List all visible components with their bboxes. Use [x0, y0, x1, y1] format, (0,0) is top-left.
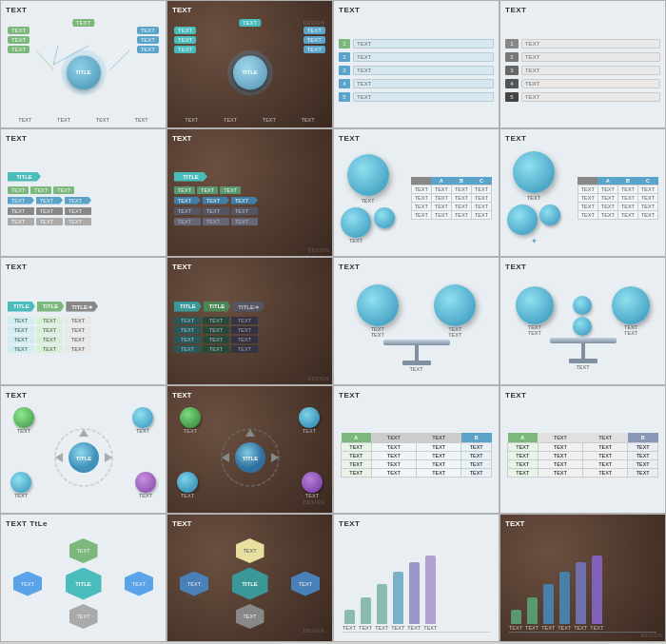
bar-chart-dark: TEXT TEXT TEXT TEXT TEXT TEXT: [509, 555, 656, 631]
bar: [576, 562, 586, 624]
cell-r5c2: TEXT TITLE TEXT TEXT TEXT TEXT DESIGN: [166, 514, 333, 642]
baseline: [343, 632, 490, 633]
bar-chart-container: TEXT TEXT TEXT TEXT TEXT TEXT: [339, 531, 494, 636]
cell-title: TEXT: [339, 6, 360, 14]
sphere-bottom-left: TEXT: [10, 472, 31, 498]
data-cell: TEXT: [65, 345, 91, 353]
sphere-purple: [302, 472, 323, 493]
row-label: TEXT: [411, 211, 431, 220]
list-item-1: 1 TEXT: [339, 39, 494, 49]
right-sphere: TEXT TEXT: [612, 286, 650, 336]
data-cell: TEXT: [36, 317, 63, 324]
dark-box2: TEXT: [203, 218, 229, 225]
th-a: A: [508, 433, 539, 443]
flow-row-1: TEXT TEXT TEXT: [174, 186, 325, 194]
td: TEXT: [583, 452, 628, 460]
sphere-medium: [507, 205, 538, 235]
text-bar-1: TEXT: [521, 39, 660, 49]
mid-spheres: [573, 296, 592, 336]
num-badge-5: 5: [505, 92, 519, 102]
row-label: TEXT: [578, 211, 597, 220]
th-a: A: [597, 177, 617, 185]
sphere-label2: TEXT: [371, 332, 384, 338]
data-cell: TEXT: [203, 336, 229, 343]
watermark: DESIGN: [304, 499, 324, 505]
arrow-box: TEXT: [65, 197, 91, 205]
label: TEXT: [136, 428, 149, 434]
gray-box: TEXT: [36, 207, 63, 215]
table-row: TEXT TEXT TEXT TEXT: [578, 185, 657, 194]
cell-r3c3: TEXT TEXT TEXT TEXT TEXT TEXT: [333, 257, 500, 385]
cell-val: TEXT: [617, 185, 637, 194]
text-bar-4: TEXT: [521, 79, 660, 88]
bar-label: TEXT: [375, 625, 388, 631]
arrow-box: TEXT: [174, 197, 201, 205]
td: TEXT: [371, 460, 416, 469]
text-bar-3: TEXT: [521, 66, 660, 75]
cell-val: TEXT: [431, 211, 451, 220]
box: TEXT: [8, 186, 29, 194]
bar-label: TEXT: [541, 625, 555, 631]
hex-left: TEXT: [180, 572, 208, 596]
cell-r1c1: TEXT TEXT TEXT TEXT TEXT TEXT TEXT TEXT …: [0, 0, 166, 128]
list-item-4: 4 TEXT: [505, 79, 660, 88]
bottom-label: TEXT: [185, 117, 198, 123]
bar: [377, 584, 387, 624]
num-badge-4: 4: [339, 79, 350, 88]
data-cell: TEXT: [8, 317, 34, 324]
sphere-purple: [135, 472, 156, 493]
cell-r3c1: TEXT TITLE TITLE TITLE➔ TEXT TEXT TEXT T…: [0, 257, 166, 385]
td: TEXT: [342, 460, 372, 469]
cell-r2c1: TEXT TITLE TEXT TEXT TEXT TEXT TEXT TEXT…: [0, 128, 166, 257]
th-a: A: [342, 433, 372, 443]
sphere-large: [513, 151, 555, 193]
scale-base: [402, 361, 431, 365]
data-table: A B C TEXT TEXT TEXT TEXT TEXT TEXT TEXT…: [578, 177, 658, 220]
sphere: [299, 407, 320, 428]
right-box2: TEXT: [304, 36, 325, 44]
balance-row: TEXT TEXT TEXT TEXT: [507, 286, 658, 336]
dark-box: TEXT: [174, 207, 201, 215]
sphere-bottom-right: TEXT: [135, 472, 156, 498]
td: TEXT: [508, 460, 539, 469]
top-box: TEXT: [72, 19, 94, 27]
bottom-label3: TEXT: [263, 117, 276, 123]
lt-box: TEXT: [36, 218, 63, 225]
row-label: TEXT: [578, 185, 597, 194]
title-penta2: TITLE: [37, 302, 65, 312]
td: TEXT: [583, 443, 628, 452]
cell-title: TEXT: [172, 134, 191, 143]
data-cell: TEXT: [231, 345, 258, 353]
bottom-label: TEXT: [576, 364, 589, 370]
table-row: TEXT TEXT TEXT TEXT: [508, 460, 658, 469]
cell-r5c4: TEXT TEXT TEXT TEXT TEXT TEXT: [500, 514, 666, 642]
header-row: A TEXT TEXT B: [342, 433, 492, 443]
td: TEXT: [538, 452, 582, 460]
table-row: TEXT TEXT TEXT TEXT: [342, 443, 492, 452]
cell-title: TEXT: [172, 6, 191, 14]
table-row: TEXT TEXT TEXT TEXT: [411, 194, 491, 203]
cell-val: TEXT: [471, 211, 491, 220]
ab-table: A TEXT TEXT B TEXT TEXT TEXT TEXT TEXT T…: [341, 433, 492, 478]
sphere-tr: TEXT: [299, 407, 320, 434]
bar-label: TEXT: [558, 625, 571, 631]
list-item-2: 2 TEXT: [339, 52, 494, 62]
title-row: TITLE TITLE TITLE➔: [8, 302, 159, 312]
cell-r4c3: TEXT A TEXT TEXT B TEXT TEXT TEXT TEXT T…: [333, 385, 500, 514]
cell-val: TEXT: [617, 194, 637, 203]
sphere-sm: [573, 296, 592, 315]
title-penta: TITLE: [174, 302, 202, 312]
data-row-1: TEXT TEXT TEXT: [8, 317, 159, 324]
title-penta: TITLE: [8, 302, 35, 312]
bottom-label: TEXT: [409, 366, 422, 372]
bar-group-2: TEXT: [525, 597, 539, 631]
th-text1: TEXT: [371, 433, 416, 443]
table-row: TEXT TEXT TEXT TEXT: [508, 443, 658, 452]
data-row-3: TEXT TEXT TEXT: [8, 336, 159, 343]
td: TEXT: [538, 443, 582, 452]
th-text2: TEXT: [583, 433, 628, 443]
scale-base: [569, 359, 597, 363]
hex-cluster-dark: TITLE TEXT TEXT TEXT TEXT DESIGN: [172, 531, 327, 636]
list-item-5: 5 TEXT: [339, 92, 494, 102]
sphere-group: TEXT TEXT: [341, 154, 395, 244]
